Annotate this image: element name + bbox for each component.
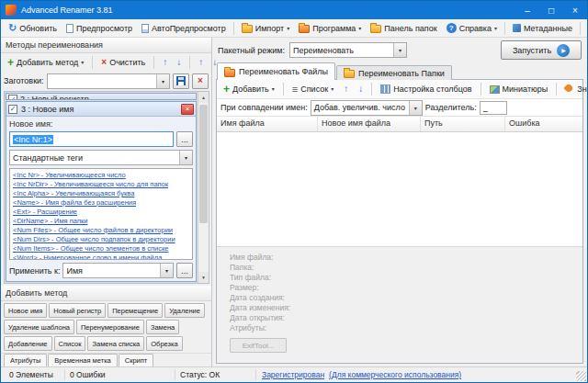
separator-input[interactable]: [480, 101, 507, 115]
gps-values-button[interactable]: Значения GPS: [560, 83, 588, 96]
import-icon: [242, 25, 253, 33]
tab-rename-files[interactable]: Переименовать Файлы: [217, 62, 335, 80]
tag-link[interactable]: <Num Items> - Общее число элементов в сп…: [13, 244, 189, 253]
scroll-method-up-button[interactable]: [195, 56, 207, 69]
tag-link[interactable]: <DirName> - Имя папки: [13, 217, 189, 226]
method-button-add[interactable]: Добавление: [4, 336, 52, 351]
exiftool-button[interactable]: ExifTool...: [230, 338, 287, 353]
method-button-list-replace[interactable]: Замена списка: [87, 336, 144, 351]
tag-link[interactable]: <Num Files> - Общее число файлов в дирек…: [13, 226, 189, 235]
tab-rename-folders[interactable]: Переименовать Папки: [336, 65, 452, 80]
column-header-filename[interactable]: Имя файла: [217, 117, 318, 131]
move-method-up-button[interactable]: [159, 56, 171, 69]
scrollbar-thumb[interactable]: [199, 105, 208, 223]
gps-values-label: Значения GPS: [577, 84, 588, 94]
method-button-replace[interactable]: Замена: [146, 320, 179, 334]
save-preset-button[interactable]: [173, 73, 189, 89]
method-button-new-case[interactable]: Новый регистр: [49, 303, 106, 318]
method-panel-partial[interactable]: 2 : Новый регистр: [6, 93, 197, 100]
undo-changes-button[interactable]: Отмена изменений...: [583, 21, 588, 36]
refresh-button[interactable]: Обновить: [4, 20, 62, 36]
column-header-new-filename[interactable]: Новое имя файла: [318, 117, 421, 131]
method-button-trim[interactable]: Обрезка: [146, 336, 182, 351]
tags-category-combobox[interactable]: Стандартные теги ▾: [9, 150, 193, 165]
method-enabled-checkbox[interactable]: [8, 105, 17, 114]
save-icon: [176, 76, 186, 85]
tag-link[interactable]: <Inc NrDir> - Увеличивающееся число для …: [13, 180, 189, 189]
apply-to-more-button[interactable]: ...: [176, 263, 193, 278]
tag-link[interactable]: <Word> - Нумерованное слово в имени файл…: [13, 253, 189, 260]
new-name-label: Новое имя:: [9, 119, 193, 129]
method-enabled-checkbox[interactable]: [8, 95, 17, 100]
presets-combobox[interactable]: ▾: [47, 73, 170, 89]
apply-to-combobox[interactable]: Имя ▾: [62, 263, 174, 278]
files-panel: Добавить Список Настройка столбцов: [216, 79, 583, 364]
new-name-browse-button[interactable]: ...: [176, 131, 193, 147]
delete-preset-button[interactable]: [192, 73, 209, 89]
batch-mode-combobox[interactable]: Переименовать ▾: [289, 42, 407, 58]
chevron-down-icon: [272, 86, 275, 92]
tag-link[interactable]: <Name> - Имя файла без расширения: [13, 198, 189, 208]
minimize-button[interactable]: –: [515, 1, 539, 19]
scroll-down-arrow-icon[interactable]: ▼: [198, 272, 209, 283]
new-name-input[interactable]: <Inc Nr:1>: [9, 131, 174, 147]
help-button[interactable]: Справка: [442, 20, 502, 36]
tag-link[interactable]: <Inc Alpha> - Увеличивающаяся буква: [13, 189, 189, 198]
autopreview-button[interactable]: АвтоПредпросмотр: [137, 21, 231, 36]
toolbar-separator: [153, 56, 154, 69]
move-method-down-button[interactable]: [173, 56, 185, 69]
tab-timestamp[interactable]: Временная метка: [48, 354, 117, 366]
clear-methods-button[interactable]: Очистить: [97, 56, 149, 69]
method-header[interactable]: 3 : Новое имя ×: [6, 102, 196, 117]
batch-mode-label: Пакетный режим:: [218, 46, 285, 55]
folder-panel-button[interactable]: Панель папок: [366, 20, 441, 36]
move-file-down-button[interactable]: [354, 83, 368, 96]
license-type-link[interactable]: (Для коммерческого использования): [329, 370, 461, 379]
method-button-new-name[interactable]: Новое имя: [4, 303, 47, 318]
move-file-up-button[interactable]: [339, 83, 353, 96]
files-toolbar: Добавить Список Настройка столбцов: [217, 80, 582, 99]
list-menu-button[interactable]: Список: [288, 83, 338, 96]
method-button-renumber[interactable]: Перенумерование: [76, 320, 144, 334]
tag-link[interactable]: <Ext> - Расширение: [13, 208, 189, 217]
method-button-list[interactable]: Список: [54, 336, 86, 351]
thumbnails-button[interactable]: Миниатюры: [485, 83, 553, 96]
program-button[interactable]: Программа: [294, 20, 366, 36]
clear-icon: [101, 58, 107, 67]
preview-button[interactable]: Предпросмотр: [62, 21, 137, 36]
tab-script[interactable]: Скрипт: [119, 354, 154, 366]
scroll-up-arrow-icon[interactable]: ▲: [198, 92, 209, 103]
registered-link[interactable]: Зарегистрирован: [262, 370, 324, 379]
import-button[interactable]: Импорт: [237, 20, 294, 36]
start-batch-button[interactable]: Запустить: [501, 40, 582, 60]
file-table-body[interactable]: [217, 132, 582, 246]
metadata-button[interactable]: Метаданные: [508, 21, 577, 36]
tab-attributes[interactable]: Атрибуты: [4, 354, 47, 366]
file-info-panel: Имя файла: Папка: Тип файла: Размер: Дат…: [217, 246, 582, 363]
column-header-path[interactable]: Путь: [421, 117, 505, 131]
batch-mode-value: Переименовать: [293, 46, 354, 55]
maximize-button[interactable]: □: [539, 1, 563, 19]
add-files-button[interactable]: Добавить: [219, 82, 279, 96]
chevron-down-icon: [287, 26, 289, 31]
method-button-remove[interactable]: Удаление: [164, 303, 205, 318]
preview-label: Предпросмотр: [76, 24, 132, 33]
tag-link[interactable]: <Inc Nr> - Увеличивающееся число: [13, 171, 189, 180]
resize-grip[interactable]: [576, 371, 586, 381]
column-header-error[interactable]: Ошибка: [505, 117, 582, 131]
configure-columns-button[interactable]: Настройка столбцов: [376, 83, 476, 96]
info-attributes-label: Атрибуты:: [230, 323, 582, 333]
method-close-button[interactable]: ×: [181, 104, 194, 115]
collision-combobox[interactable]: Добав. увеличив. число ▾: [311, 100, 423, 116]
close-button[interactable]: ×: [563, 1, 587, 19]
add-method-button[interactable]: Добавить метод: [4, 55, 87, 70]
methods-scrollbar[interactable]: ▲ ▼: [198, 92, 209, 283]
clear-label: Очистить: [109, 58, 145, 67]
method-partial-title: 2 : Новый регистр: [20, 95, 89, 100]
method-button-remove-pattern[interactable]: Удаление шаблона: [4, 320, 74, 334]
tag-link[interactable]: <Num Dirs> - Общее число подпапок в дире…: [13, 235, 189, 244]
scrollbar-track[interactable]: [198, 103, 209, 272]
method-button-move[interactable]: Перемещение: [107, 303, 163, 318]
tag-list: <Inc Nr> - Увеличивающееся число <Inc Nr…: [9, 168, 193, 260]
methods-caption-label: Методы переименования: [6, 40, 103, 50]
